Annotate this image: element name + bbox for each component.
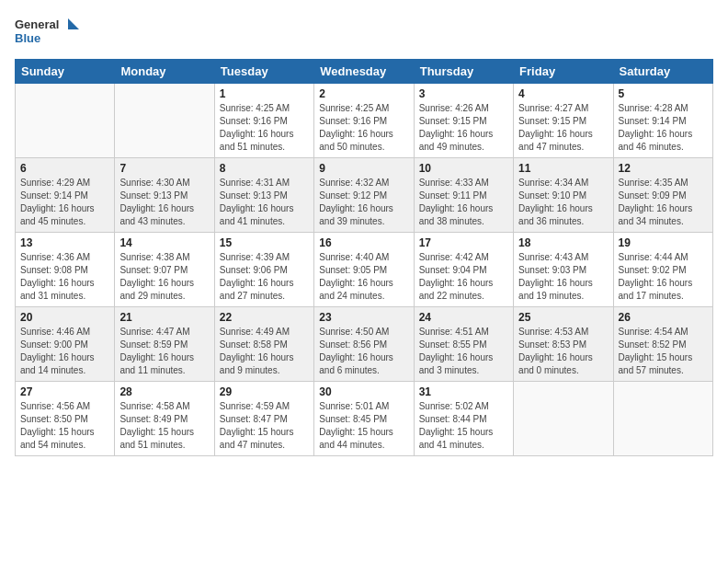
calendar-cell: 2Sunrise: 4:25 AM Sunset: 9:16 PM Daylig… <box>314 84 414 158</box>
day-number: 22 <box>220 311 309 324</box>
day-info: Sunrise: 4:32 AM Sunset: 9:12 PM Dayligh… <box>319 177 408 228</box>
calendar-cell: 1Sunrise: 4:25 AM Sunset: 9:16 PM Daylig… <box>214 84 313 158</box>
svg-marker-2 <box>68 18 79 29</box>
calendar-cell <box>514 382 613 456</box>
calendar-cell: 24Sunrise: 4:51 AM Sunset: 8:55 PM Dayli… <box>414 307 513 382</box>
svg-text:Blue: Blue <box>15 31 40 45</box>
calendar-cell: 18Sunrise: 4:43 AM Sunset: 9:03 PM Dayli… <box>514 233 613 307</box>
day-number: 21 <box>119 311 209 324</box>
calendar-cell: 26Sunrise: 4:54 AM Sunset: 8:52 PM Dayli… <box>613 307 712 382</box>
day-info: Sunrise: 4:49 AM Sunset: 8:58 PM Dayligh… <box>220 326 309 377</box>
calendar-cell: 6Sunrise: 4:29 AM Sunset: 9:14 PM Daylig… <box>16 158 115 233</box>
calendar-cell: 9Sunrise: 4:32 AM Sunset: 9:12 PM Daylig… <box>314 158 414 233</box>
calendar-cell: 25Sunrise: 4:53 AM Sunset: 8:53 PM Dayli… <box>514 307 613 382</box>
day-number: 26 <box>619 311 708 324</box>
calendar-cell: 23Sunrise: 4:50 AM Sunset: 8:56 PM Dayli… <box>314 307 414 382</box>
day-info: Sunrise: 4:44 AM Sunset: 9:02 PM Dayligh… <box>619 251 708 303</box>
calendar-cell: 12Sunrise: 4:35 AM Sunset: 9:09 PM Dayli… <box>613 158 712 233</box>
day-info: Sunrise: 4:34 AM Sunset: 9:10 PM Dayligh… <box>518 177 608 228</box>
day-info: Sunrise: 4:30 AM Sunset: 9:13 PM Dayligh… <box>119 177 209 228</box>
calendar-cell <box>16 84 115 158</box>
day-info: Sunrise: 4:33 AM Sunset: 9:11 PM Dayligh… <box>419 177 508 228</box>
day-info: Sunrise: 4:50 AM Sunset: 8:56 PM Dayligh… <box>319 326 408 377</box>
day-header-monday: Monday <box>115 60 214 84</box>
logo-icon: General Blue <box>15 15 81 52</box>
day-number: 19 <box>619 236 708 249</box>
calendar-cell: 17Sunrise: 4:42 AM Sunset: 9:04 PM Dayli… <box>414 233 513 307</box>
day-number: 27 <box>20 385 109 398</box>
calendar-cell: 10Sunrise: 4:33 AM Sunset: 9:11 PM Dayli… <box>414 158 513 233</box>
day-number: 1 <box>220 87 309 100</box>
day-info: Sunrise: 4:59 AM Sunset: 8:47 PM Dayligh… <box>220 400 309 452</box>
calendar-cell: 30Sunrise: 5:01 AM Sunset: 8:45 PM Dayli… <box>314 382 414 456</box>
day-number: 11 <box>518 162 608 175</box>
calendar-week-row: 13Sunrise: 4:36 AM Sunset: 9:08 PM Dayli… <box>16 233 713 307</box>
day-number: 15 <box>220 236 309 249</box>
day-info: Sunrise: 4:26 AM Sunset: 9:15 PM Dayligh… <box>419 102 508 154</box>
day-number: 6 <box>20 162 109 175</box>
day-header-saturday: Saturday <box>613 60 712 84</box>
day-info: Sunrise: 4:58 AM Sunset: 8:49 PM Dayligh… <box>119 400 209 452</box>
day-header-thursday: Thursday <box>414 60 513 84</box>
day-info: Sunrise: 4:29 AM Sunset: 9:14 PM Dayligh… <box>20 177 109 228</box>
calendar-cell: 3Sunrise: 4:26 AM Sunset: 9:15 PM Daylig… <box>414 84 513 158</box>
day-header-tuesday: Tuesday <box>214 60 313 84</box>
day-number: 7 <box>119 162 209 175</box>
day-number: 28 <box>119 385 209 398</box>
day-number: 4 <box>518 87 608 100</box>
day-info: Sunrise: 4:27 AM Sunset: 9:15 PM Dayligh… <box>518 102 608 154</box>
day-info: Sunrise: 4:43 AM Sunset: 9:03 PM Dayligh… <box>518 251 608 303</box>
calendar-cell: 13Sunrise: 4:36 AM Sunset: 9:08 PM Dayli… <box>16 233 115 307</box>
calendar-cell: 11Sunrise: 4:34 AM Sunset: 9:10 PM Dayli… <box>514 158 613 233</box>
day-number: 13 <box>20 236 109 249</box>
calendar-cell: 19Sunrise: 4:44 AM Sunset: 9:02 PM Dayli… <box>613 233 712 307</box>
day-info: Sunrise: 4:35 AM Sunset: 9:09 PM Dayligh… <box>619 177 708 228</box>
svg-text:General: General <box>15 17 59 31</box>
calendar-cell: 29Sunrise: 4:59 AM Sunset: 8:47 PM Dayli… <box>214 382 313 456</box>
calendar-cell: 8Sunrise: 4:31 AM Sunset: 9:13 PM Daylig… <box>214 158 313 233</box>
calendar-table: SundayMondayTuesdayWednesdayThursdayFrid… <box>15 59 713 456</box>
day-number: 12 <box>619 162 708 175</box>
calendar-week-row: 6Sunrise: 4:29 AM Sunset: 9:14 PM Daylig… <box>16 158 713 233</box>
day-info: Sunrise: 4:42 AM Sunset: 9:04 PM Dayligh… <box>419 251 508 303</box>
day-info: Sunrise: 4:25 AM Sunset: 9:16 PM Dayligh… <box>220 102 309 154</box>
day-number: 29 <box>220 385 309 398</box>
day-number: 31 <box>419 385 508 398</box>
calendar-cell: 16Sunrise: 4:40 AM Sunset: 9:05 PM Dayli… <box>314 233 414 307</box>
calendar-cell: 28Sunrise: 4:58 AM Sunset: 8:49 PM Dayli… <box>115 382 214 456</box>
day-number: 18 <box>518 236 608 249</box>
day-info: Sunrise: 4:39 AM Sunset: 9:06 PM Dayligh… <box>220 251 309 303</box>
day-info: Sunrise: 4:54 AM Sunset: 8:52 PM Dayligh… <box>619 326 708 377</box>
day-number: 3 <box>419 87 508 100</box>
page-header: General Blue <box>15 15 713 52</box>
calendar-cell: 31Sunrise: 5:02 AM Sunset: 8:44 PM Dayli… <box>414 382 513 456</box>
calendar-week-row: 27Sunrise: 4:56 AM Sunset: 8:50 PM Dayli… <box>16 382 713 456</box>
day-number: 20 <box>20 311 109 324</box>
day-number: 30 <box>319 385 408 398</box>
day-header-wednesday: Wednesday <box>314 60 414 84</box>
day-number: 25 <box>518 311 608 324</box>
calendar-cell: 4Sunrise: 4:27 AM Sunset: 9:15 PM Daylig… <box>514 84 613 158</box>
day-number: 17 <box>419 236 508 249</box>
day-info: Sunrise: 4:46 AM Sunset: 9:00 PM Dayligh… <box>20 326 109 377</box>
day-info: Sunrise: 4:53 AM Sunset: 8:53 PM Dayligh… <box>518 326 608 377</box>
day-info: Sunrise: 4:31 AM Sunset: 9:13 PM Dayligh… <box>220 177 309 228</box>
calendar-cell: 5Sunrise: 4:28 AM Sunset: 9:14 PM Daylig… <box>613 84 712 158</box>
calendar-week-row: 20Sunrise: 4:46 AM Sunset: 9:00 PM Dayli… <box>16 307 713 382</box>
day-info: Sunrise: 4:25 AM Sunset: 9:16 PM Dayligh… <box>319 102 408 154</box>
calendar-cell: 22Sunrise: 4:49 AM Sunset: 8:58 PM Dayli… <box>214 307 313 382</box>
calendar-cell: 14Sunrise: 4:38 AM Sunset: 9:07 PM Dayli… <box>115 233 214 307</box>
day-info: Sunrise: 4:47 AM Sunset: 8:59 PM Dayligh… <box>119 326 209 377</box>
day-info: Sunrise: 4:56 AM Sunset: 8:50 PM Dayligh… <box>20 400 109 452</box>
day-number: 16 <box>319 236 408 249</box>
day-header-friday: Friday <box>514 60 613 84</box>
calendar-cell: 21Sunrise: 4:47 AM Sunset: 8:59 PM Dayli… <box>115 307 214 382</box>
day-number: 24 <box>419 311 508 324</box>
calendar-cell <box>115 84 214 158</box>
day-number: 5 <box>619 87 708 100</box>
day-info: Sunrise: 4:38 AM Sunset: 9:07 PM Dayligh… <box>119 251 209 303</box>
calendar-cell: 15Sunrise: 4:39 AM Sunset: 9:06 PM Dayli… <box>214 233 313 307</box>
day-number: 14 <box>119 236 209 249</box>
day-info: Sunrise: 4:28 AM Sunset: 9:14 PM Dayligh… <box>619 102 708 154</box>
calendar-cell: 20Sunrise: 4:46 AM Sunset: 9:00 PM Dayli… <box>16 307 115 382</box>
